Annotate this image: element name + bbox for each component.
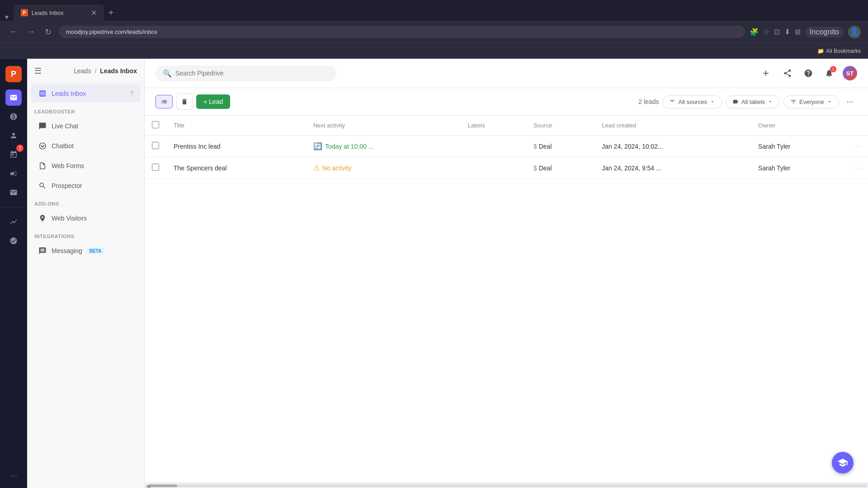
active-browser-tab[interactable]: P Leads Inbox ✕ xyxy=(14,5,104,21)
nav-icon-contacts[interactable] xyxy=(5,127,22,144)
row1-labels xyxy=(461,136,526,157)
help-icon-button[interactable] xyxy=(801,66,816,80)
global-add-button[interactable]: + xyxy=(758,65,774,81)
sidebar-item-messaging[interactable]: Messaging BETA xyxy=(31,242,141,260)
more-options-button[interactable]: ··· xyxy=(843,94,857,109)
row1-lead-created: Jan 24, 2024, 10:02... xyxy=(594,136,751,157)
share-button[interactable] xyxy=(780,66,795,80)
help-chat-button[interactable] xyxy=(832,452,854,474)
browser-profile-icon[interactable]: 👤 xyxy=(848,26,861,38)
nav-icon-activities[interactable]: 7 xyxy=(5,146,22,163)
sidebar-item-web-forms[interactable]: Web Forms xyxy=(31,157,141,175)
back-button[interactable]: ← xyxy=(7,26,20,38)
row2-more-button[interactable]: ··· xyxy=(855,164,861,172)
search-bar[interactable]: 🔍 xyxy=(156,66,336,81)
nav-icon-integrations[interactable] xyxy=(5,233,22,249)
tab-favicon: P xyxy=(21,9,28,16)
address-bar[interactable] xyxy=(59,26,745,38)
table-row[interactable]: The Spencers deal ⚠ No activity $ xyxy=(145,157,868,179)
tab-close-button[interactable]: ✕ xyxy=(91,9,97,17)
row2-lead-created: Jan 24, 2024, 9:54 ... xyxy=(594,157,751,179)
download-icon[interactable]: ⬇ xyxy=(784,28,790,36)
settings-icon[interactable]: ⊞ xyxy=(795,28,801,36)
sidebar-item-messaging-label: Messaging xyxy=(52,247,82,254)
row2-checkbox[interactable] xyxy=(152,164,159,171)
scroll-left-arrow[interactable]: ◀ xyxy=(146,482,150,488)
tab-title: Leads Inbox xyxy=(32,9,64,16)
sidebar-item-live-chat-label: Live Chat xyxy=(52,122,78,130)
sidebar-item-chatbot[interactable]: Chatbot xyxy=(31,137,141,155)
search-input[interactable] xyxy=(175,70,329,77)
messaging-icon xyxy=(38,246,47,255)
sidebar-item-web-visitors[interactable]: Web Visitors xyxy=(31,209,141,227)
browser-nav: ← → ↻ 🧩 ☆ ⊡ ⬇ ⊞ Incognito 👤 xyxy=(0,21,868,43)
everyone-label: Everyone xyxy=(799,99,824,105)
nav-icon-campaigns[interactable] xyxy=(5,165,22,182)
row2-owner: Sarah Tyler xyxy=(751,157,848,179)
row1-checkbox[interactable] xyxy=(152,142,159,149)
icon-nav: P 7 ··· xyxy=(0,59,27,488)
row2-source: $ Deal xyxy=(526,157,594,179)
row2-source-text: Deal xyxy=(539,164,552,172)
reload-button[interactable]: ↻ xyxy=(42,26,54,38)
user-avatar[interactable]: ST xyxy=(843,66,857,80)
sidebar-item-live-chat[interactable]: Live Chat xyxy=(31,117,141,135)
row2-activity-text: No activity xyxy=(322,164,352,172)
sidebar-item-web-forms-label: Web Forms xyxy=(52,162,84,169)
nav-icon-deals[interactable] xyxy=(5,108,22,125)
add-lead-button[interactable]: + Lead xyxy=(196,94,230,109)
row2-labels xyxy=(461,157,526,179)
bookmarks-link[interactable]: 📁 All Bookmarks xyxy=(817,48,861,54)
row2-checkbox-cell xyxy=(145,157,166,179)
browser-chrome: ▼ P Leads Inbox ✕ + ← → ↻ 🧩 ☆ ⊡ ⬇ ⊞ Inco… xyxy=(0,0,868,59)
sidebar-item-chatbot-label: Chatbot xyxy=(52,142,74,150)
media-router-icon[interactable]: ⊡ xyxy=(774,28,780,36)
star-icon[interactable]: ☆ xyxy=(763,28,769,36)
row1-more-button[interactable]: ··· xyxy=(855,142,861,150)
pipedrive-logo[interactable]: P xyxy=(5,66,22,82)
list-view-button[interactable] xyxy=(156,95,173,108)
live-chat-icon xyxy=(38,122,47,131)
sidebar: ☰ Leads / Leads Inbox Leads Inbox ? LEAD… xyxy=(27,59,145,488)
messaging-beta-badge: BETA xyxy=(87,248,104,254)
app-container: P 7 ··· ☰ xyxy=(0,59,868,488)
activities-badge: 7 xyxy=(16,145,24,152)
col-title: Title xyxy=(166,116,306,136)
tab-group-arrow[interactable]: ▼ xyxy=(0,14,14,21)
delete-button[interactable] xyxy=(176,94,193,110)
sidebar-toggle-button[interactable]: ☰ xyxy=(34,66,42,76)
nav-divider xyxy=(0,207,27,207)
notifications-badge: 1 xyxy=(830,66,836,72)
leads-table: Title Next activity Labels Source Lead c… xyxy=(145,116,868,179)
nav-icon-inbox[interactable] xyxy=(5,184,22,201)
table-header: Title Next activity Labels Source Lead c… xyxy=(145,116,868,136)
sidebar-item-leads-inbox[interactable]: Leads Inbox ? xyxy=(31,84,141,103)
nav-icon-leads[interactable] xyxy=(5,89,22,106)
horizontal-scrollbar[interactable]: ◀ xyxy=(145,483,868,488)
all-labels-filter[interactable]: All labels xyxy=(726,95,780,108)
nav-more-button[interactable]: ··· xyxy=(10,470,18,481)
scroll-thumb[interactable] xyxy=(150,484,177,487)
col-actions xyxy=(848,116,868,136)
notifications-button[interactable]: 1 xyxy=(822,66,836,80)
nav-icon-reports[interactable] xyxy=(5,214,22,230)
row2-next-activity: ⚠ No activity xyxy=(306,157,461,179)
row1-source-text: Deal xyxy=(539,143,552,150)
forward-button[interactable]: → xyxy=(24,26,37,38)
scroll-track xyxy=(150,484,867,487)
col-lead-created: Lead created xyxy=(594,116,751,136)
all-sources-filter[interactable]: All sources xyxy=(662,95,722,108)
activity-today-icon: 🔄 xyxy=(313,142,322,150)
new-tab-button[interactable]: + xyxy=(104,5,118,21)
everyone-filter[interactable]: Everyone xyxy=(783,95,839,108)
table-body: Prentiss Inc lead 🔄 Today at 10:00 ... $ xyxy=(145,136,868,179)
help-button[interactable]: ? xyxy=(130,90,133,97)
sidebar-item-prospector[interactable]: Prospector xyxy=(31,177,141,195)
web-forms-icon xyxy=(38,161,47,170)
section-addons: ADD-ONS xyxy=(27,196,144,208)
extensions-icon[interactable]: 🧩 xyxy=(750,28,759,36)
table-row[interactable]: Prentiss Inc lead 🔄 Today at 10:00 ... $ xyxy=(145,136,868,157)
select-all-col xyxy=(145,116,166,136)
select-all-checkbox[interactable] xyxy=(152,121,159,128)
main-content: 🔍 + 1 ST xyxy=(145,59,868,488)
